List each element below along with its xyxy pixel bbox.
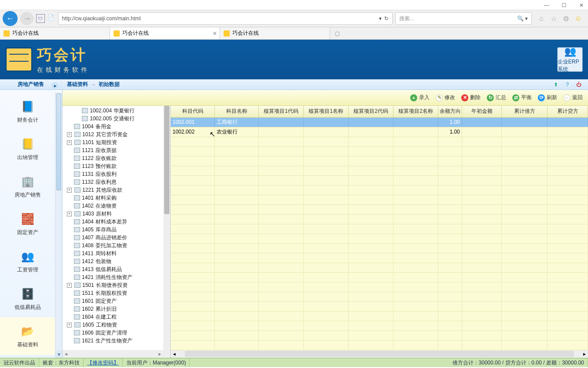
close-icon[interactable]: ✕ — [579, 2, 584, 7]
tree-node[interactable]: 1601 固定资产 — [62, 297, 163, 305]
chevron-right-icon[interactable]: ▸ — [51, 82, 59, 89]
column-header[interactable]: 累计贷方 — [548, 106, 588, 117]
column-header[interactable]: 年初金额 — [462, 106, 502, 117]
nav-item-房地产销售[interactable]: 🏢房地产销售 — [0, 167, 55, 205]
column-header[interactable]: 科目代码 — [171, 106, 215, 117]
nav-item-财务会计[interactable]: 📘财务会计 — [0, 93, 55, 130]
module-label[interactable]: 房地产销售 ▸ — [0, 81, 62, 88]
refresh-icon[interactable]: ↻ — [384, 15, 389, 22]
nav-item-基础资料[interactable]: 📂基础资料 — [0, 317, 55, 355]
browser-tab[interactable]: 巧会计在线 — [0, 27, 110, 39]
scrollbar-thumb[interactable] — [56, 93, 61, 190]
search-icon[interactable]: 🔍 ▾ — [517, 15, 528, 22]
tree-node[interactable]: 1002.004 华夏银行 — [62, 107, 163, 115]
tree-node[interactable]: + 1101 短期投资 — [62, 138, 163, 146]
column-header[interactable]: 科目名称 — [215, 106, 259, 117]
column-header[interactable]: 累计借方 — [502, 106, 548, 117]
tree-node[interactable]: + 1605 工程物资 — [62, 321, 163, 329]
forward-button[interactable]: → — [20, 12, 33, 25]
column-header[interactable]: 核算项目2代码 — [349, 106, 393, 117]
help-icon[interactable]: ? — [563, 81, 571, 89]
nav-item-工资管理[interactable]: 👥工资管理 — [0, 242, 55, 280]
toolbar-删除[interactable]: ✕删除 — [461, 94, 481, 101]
table-row[interactable]: 1002.001工商银行1.00 — [171, 118, 588, 127]
exit-icon[interactable]: ⏻ — [575, 81, 583, 89]
tree-node[interactable]: 1402 在途物资 — [62, 202, 163, 210]
expand-icon[interactable]: + — [67, 188, 72, 193]
toolbar-平衡[interactable]: ⇄平衡 — [512, 94, 532, 101]
table-row[interactable]: 1002.002农业银行1.00 — [171, 127, 588, 137]
tree-node[interactable]: 1121 应收票据 — [62, 146, 163, 154]
tree-node[interactable]: + 1012 其它货币资金 — [62, 130, 163, 138]
up-icon[interactable]: ⬆ — [552, 81, 560, 89]
dropdown-icon[interactable]: ▾ — [379, 15, 382, 22]
toolbar-返回[interactable]: ←返回 — [563, 94, 583, 101]
nav-item-固定资产[interactable]: 🧱固定资产 — [0, 205, 55, 242]
tree-node[interactable]: 1411 周转材料 — [62, 249, 163, 257]
tree-v-scrollbar[interactable] — [163, 106, 170, 358]
tree-node[interactable]: 1604 在建工程 — [62, 313, 163, 321]
tree-node[interactable]: 1123 预付账款 — [62, 162, 163, 170]
toolbar-汇总[interactable]: ↻汇总 — [487, 94, 506, 101]
feedback-icon[interactable]: ☺ — [574, 14, 583, 23]
page-icon — [74, 227, 80, 232]
tree-node[interactable]: 1131 应收股利 — [62, 170, 163, 178]
tree-node[interactable]: 1405 库存商品 — [62, 226, 163, 234]
expand-icon[interactable]: + — [67, 323, 72, 327]
expand-icon[interactable]: + — [67, 140, 72, 145]
favorites-icon[interactable]: ☆ — [549, 14, 558, 23]
tree-node[interactable]: 1511 长期股权投资 — [62, 289, 163, 297]
toolbar-刷新[interactable]: ⟳刷新 — [538, 94, 557, 101]
expand-icon[interactable]: + — [67, 283, 72, 288]
toolbar-录入[interactable]: +录入 — [410, 94, 430, 101]
erp-system-button[interactable]: 👥 企业ERP系统 — [557, 47, 583, 72]
tree-node[interactable]: 1413 低值易耗品 — [62, 265, 163, 273]
tree-node[interactable]: + 1221 其他应收款 — [62, 186, 163, 194]
expand-icon[interactable]: + — [67, 132, 72, 137]
tab-close-icon[interactable]: ✕ — [213, 30, 217, 37]
nav-item-出纳管理[interactable]: 📒出纳管理 — [0, 130, 55, 167]
expand-icon[interactable]: + — [67, 212, 72, 216]
tree-node[interactable]: 1132 应收利息 — [62, 178, 163, 186]
scroll-down-icon[interactable]: ▾ — [55, 351, 62, 358]
address-bar[interactable]: http://cw.qiaokuaiji.com/main.html ▾ ↻ — [58, 12, 393, 25]
back-button[interactable]: ← — [3, 11, 18, 26]
tree-node[interactable]: 1412 包装物 — [62, 257, 163, 265]
tree-node[interactable]: 1602 累计折旧 — [62, 305, 163, 313]
maximize-icon[interactable]: ☐ — [562, 2, 567, 7]
breadcrumb-root[interactable]: 基础资料 — [67, 81, 88, 88]
tree-node[interactable]: + 1501 长期债券投资 — [62, 281, 163, 289]
tree-node[interactable]: 1621 生产性生物资产 — [62, 337, 163, 345]
new-tab-button[interactable]: ▢ — [330, 27, 344, 39]
column-header[interactable]: 核算项目1代码 — [259, 106, 304, 117]
tree-node[interactable]: + 1403 原材料 — [62, 210, 163, 218]
tree-node[interactable]: 1404 材料成本差异 — [62, 218, 163, 226]
change-password-link[interactable]: 【修改密码】 — [84, 358, 123, 367]
browser-tab[interactable]: 巧会计在线 — [220, 27, 330, 39]
tree-node[interactable]: 1004 备用金 — [62, 123, 163, 130]
tree-node[interactable]: 1401 材料采购 — [62, 194, 163, 202]
grid-h-scrollbar[interactable]: ◂▸ — [171, 350, 588, 358]
tree-node[interactable]: 1408 委托加工物资 — [62, 242, 163, 249]
home-icon[interactable]: ⌂ — [537, 14, 546, 23]
tree-node[interactable]: 1421 消耗性生物资产 — [62, 273, 163, 281]
scrollbar-thumb[interactable] — [164, 106, 169, 214]
security-shield-icon[interactable]: 🛡 — [36, 14, 45, 23]
column-header[interactable]: 余额方向 — [438, 106, 462, 117]
nav-item-低值易耗品[interactable]: 🗄️低值易耗品 — [0, 280, 55, 317]
tree-node[interactable]: 1407 商品进销差价 — [62, 234, 163, 242]
breadcrumb-leaf[interactable]: 初始数据 — [99, 81, 120, 88]
tree-node[interactable]: 1002.005 交通银行 — [62, 115, 163, 123]
browser-tab[interactable]: 巧会计在线✕ — [110, 27, 220, 39]
tree-h-scrollbar[interactable]: ◂▸ — [62, 350, 163, 358]
column-header[interactable]: 核算项目2名称 — [393, 106, 438, 117]
search-box[interactable]: 搜索... 🔍 ▾ — [395, 12, 532, 25]
toolbar-修改[interactable]: ✎修改 — [436, 94, 455, 101]
tools-icon[interactable]: ⚙ — [562, 14, 570, 23]
tree-node[interactable]: 1122 应收账款 — [62, 154, 163, 162]
minimize-icon[interactable]: — — [544, 2, 549, 7]
left-nav-scrollbar[interactable]: ▾ — [55, 93, 62, 358]
column-header[interactable]: 核算项目1名称 — [304, 106, 349, 117]
compat-view-icon[interactable]: 📄 — [48, 15, 55, 22]
tree-node[interactable]: 1606 固定资产清理 — [62, 329, 163, 337]
